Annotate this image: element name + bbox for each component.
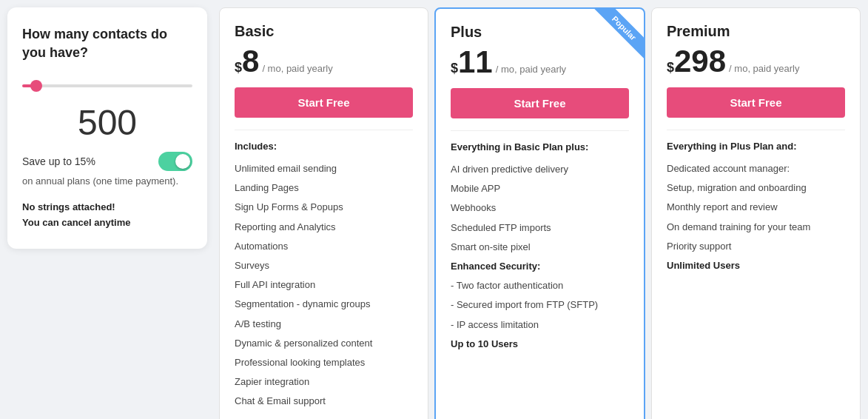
basic-price-row: $ 8 / mo, paid yearly bbox=[235, 46, 413, 77]
list-item: AI driven predictive delivery bbox=[451, 160, 629, 179]
contact-count: 500 bbox=[22, 102, 192, 143]
plus-divider bbox=[451, 130, 629, 131]
list-item: Automations bbox=[235, 237, 413, 256]
list-item: On demand training for your team bbox=[667, 218, 845, 237]
contacts-slider[interactable] bbox=[22, 84, 192, 87]
plus-price-row: $ 11 / mo, paid yearly bbox=[451, 47, 629, 78]
annual-toggle[interactable] bbox=[158, 152, 192, 171]
list-item: Smart on-site pixel bbox=[451, 238, 629, 257]
left-panel: How many contacts do you have? 500 Save … bbox=[7, 7, 207, 249]
basic-plan-card: Basic $ 8 / mo, paid yearly Start Free I… bbox=[219, 7, 428, 419]
plus-plan-name: Plus bbox=[451, 24, 629, 41]
premium-price-row: $ 298 / mo, paid yearly bbox=[667, 46, 845, 77]
list-item: Monthly report and review bbox=[667, 198, 845, 217]
premium-divider bbox=[667, 130, 845, 130]
list-item: - Two factor authentication bbox=[451, 276, 629, 295]
basic-feature-list: Unlimited email sending Landing Pages Si… bbox=[235, 159, 413, 411]
list-item: Chat & Email support bbox=[235, 392, 413, 411]
list-item: Scheduled FTP imports bbox=[451, 218, 629, 238]
basic-price-period: / mo, paid yearly bbox=[262, 63, 332, 74]
list-item: Surveys bbox=[235, 256, 413, 275]
list-item: Full API integration bbox=[235, 275, 413, 295]
save-label: Save up to 15% bbox=[22, 155, 95, 167]
basic-price-amount: 8 bbox=[242, 46, 259, 77]
plus-includes-label: Everything in Basic Plan plus: bbox=[451, 141, 629, 152]
list-item: Priority support bbox=[667, 237, 845, 256]
no-strings-line1: No strings attached! bbox=[22, 200, 192, 215]
premium-start-button[interactable]: Start Free bbox=[667, 87, 845, 118]
enhanced-security-label: Enhanced Security: bbox=[451, 257, 629, 276]
premium-plan-card: Premium $ 298 / mo, paid yearly Start Fr… bbox=[651, 7, 861, 419]
basic-plan-name: Basic bbox=[235, 23, 413, 40]
plus-start-button[interactable]: Start Free bbox=[451, 88, 629, 118]
slider-wrapper bbox=[22, 77, 192, 90]
list-item: Segmentation - dynamic groups bbox=[235, 295, 413, 314]
list-item: - Secured import from FTP (SFTP) bbox=[451, 295, 629, 315]
list-item: Webhooks bbox=[451, 198, 629, 218]
list-item: A/B testing bbox=[235, 315, 413, 334]
plus-price-amount: 11 bbox=[458, 47, 493, 78]
list-item: Dedicated account manager: bbox=[667, 159, 845, 178]
plus-plan-card: Popular Plus $ 11 / mo, paid yearly Star… bbox=[434, 7, 645, 419]
list-item: Mobile APP bbox=[451, 179, 629, 198]
toggle-slider bbox=[158, 152, 192, 171]
premium-price-symbol: $ bbox=[667, 60, 674, 76]
plus-price-period: / mo, paid yearly bbox=[496, 64, 566, 75]
list-item: Zapier integration bbox=[235, 372, 413, 392]
annual-text: on annual plans (one time payment). bbox=[22, 175, 192, 187]
premium-includes-label: Everything in Plus Plan and: bbox=[667, 141, 845, 152]
list-item: Professional looking templates bbox=[235, 353, 413, 372]
basic-price-symbol: $ bbox=[235, 60, 242, 76]
plus-feature-list: AI driven predictive delivery Mobile APP… bbox=[451, 160, 629, 354]
list-item: Dynamic & personalized content bbox=[235, 334, 413, 353]
users-label: Up to 10 Users bbox=[451, 335, 629, 354]
plus-price-symbol: $ bbox=[451, 61, 458, 76]
no-strings-line2: You can cancel anytime bbox=[22, 215, 192, 231]
list-item: Setup, migration and onboarding bbox=[667, 178, 845, 198]
unlimited-users-label: Unlimited Users bbox=[667, 256, 845, 275]
list-item: Unlimited email sending bbox=[235, 159, 413, 178]
list-item: - IP access limitation bbox=[451, 315, 629, 335]
premium-plan-name: Premium bbox=[667, 23, 845, 40]
premium-feature-list: Dedicated account manager: Setup, migrat… bbox=[667, 159, 845, 275]
cards-wrapper: Basic $ 8 / mo, paid yearly Start Free I… bbox=[219, 7, 861, 419]
list-item: Reporting and Analytics bbox=[235, 218, 413, 237]
heading: How many contacts do you have? bbox=[22, 25, 192, 62]
no-strings: No strings attached! You can cancel anyt… bbox=[22, 200, 192, 231]
list-item: Landing Pages bbox=[235, 178, 413, 198]
list-item: Sign Up Forms & Popups bbox=[235, 198, 413, 217]
basic-includes-label: Includes: bbox=[235, 141, 413, 152]
save-row: Save up to 15% bbox=[22, 152, 192, 171]
basic-divider bbox=[235, 130, 413, 130]
basic-start-button[interactable]: Start Free bbox=[235, 87, 413, 118]
premium-price-amount: 298 bbox=[674, 46, 726, 77]
premium-price-period: / mo, paid yearly bbox=[729, 63, 799, 74]
